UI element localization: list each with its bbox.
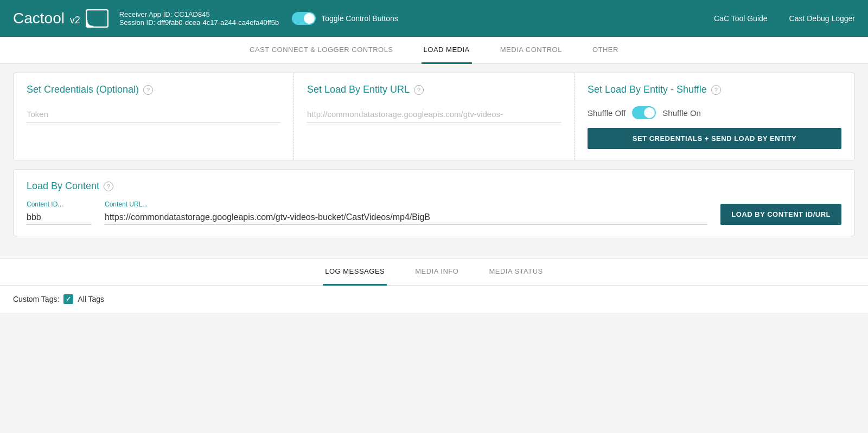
content-id-field: Content ID... bbb bbox=[27, 201, 92, 225]
load-by-content-button[interactable]: LOAD BY CONTENT ID/URL bbox=[720, 204, 841, 225]
header-nav: CaC Tool Guide Cast Debug Logger bbox=[714, 14, 855, 23]
credentials-help-icon[interactable]: ? bbox=[143, 85, 153, 95]
bottom-tabs: LOG MESSAGES MEDIA INFO MEDIA STATUS bbox=[0, 258, 868, 286]
content-id-label: Content ID... bbox=[27, 201, 92, 208]
custom-tags-row: Custom Tags: All Tags bbox=[13, 294, 855, 304]
content-id-value[interactable]: bbb bbox=[27, 210, 92, 225]
logo-area: Cactool v2 bbox=[13, 9, 108, 28]
token-input[interactable] bbox=[27, 106, 280, 122]
tab-other[interactable]: OTHER bbox=[590, 37, 621, 64]
entity-shuffle-card-title: Set Load By Entity - Shuffle ? bbox=[588, 84, 841, 95]
entity-url-card: Set Load By Entity URL ? bbox=[294, 73, 575, 160]
session-id-info: Session ID: dff9fab0-dcea-4c17-a244-ca4e… bbox=[119, 18, 279, 27]
svg-point-1 bbox=[86, 25, 89, 28]
shuffle-area: Shuffle Off Shuffle On bbox=[588, 106, 841, 119]
entity-url-help-icon[interactable]: ? bbox=[414, 85, 424, 95]
app-header: Cactool v2 Receiver App ID: CC1AD845 Ses… bbox=[0, 0, 868, 37]
cast-icon bbox=[86, 9, 108, 28]
receiver-info: Receiver App ID: CC1AD845 bbox=[119, 10, 279, 18]
credentials-card: Set Credentials (Optional) ? bbox=[14, 73, 294, 160]
content-url-value[interactable]: https://commondatastorage.googleapis.com… bbox=[105, 210, 707, 225]
custom-tags-label: Custom Tags: bbox=[13, 295, 59, 303]
svg-rect-0 bbox=[86, 10, 108, 27]
bottom-section: LOG MESSAGES MEDIA INFO MEDIA STATUS Cus… bbox=[0, 258, 868, 313]
tab-load-media[interactable]: LOAD MEDIA bbox=[422, 37, 472, 64]
shuffle-off-label: Shuffle Off bbox=[588, 108, 626, 118]
entity-url-input[interactable] bbox=[307, 106, 561, 122]
load-by-content-section: Load By Content ? Content ID... bbb Cont… bbox=[13, 169, 855, 236]
bottom-tab-media-info[interactable]: MEDIA INFO bbox=[413, 258, 461, 286]
load-by-content-title: Load By Content ? bbox=[27, 180, 841, 192]
all-tags-label: All Tags bbox=[78, 295, 104, 303]
all-tags-checkbox[interactable] bbox=[63, 294, 73, 304]
bottom-tab-log-messages[interactable]: LOG MESSAGES bbox=[323, 258, 387, 286]
load-content-row: Content ID... bbb Content URL... https:/… bbox=[27, 201, 841, 225]
send-load-by-entity-button[interactable]: SET CREDENTIALS + SEND LOAD BY ENTITY bbox=[588, 128, 841, 149]
shuffle-on-label: Shuffle On bbox=[662, 108, 701, 118]
bottom-content: Custom Tags: All Tags bbox=[0, 286, 868, 313]
tab-cast-connect[interactable]: CAST CONNECT & LOGGER CONTROLS bbox=[247, 37, 395, 64]
entity-shuffle-card: Set Load By Entity - Shuffle ? Shuffle O… bbox=[575, 73, 854, 160]
control-toggle[interactable] bbox=[292, 12, 316, 25]
app-version: v2 bbox=[70, 15, 80, 25]
toggle-label: Toggle Control Buttons bbox=[321, 14, 398, 23]
credentials-card-title: Set Credentials (Optional) ? bbox=[27, 84, 280, 95]
cards-row: Set Credentials (Optional) ? Set Load By… bbox=[13, 73, 855, 160]
app-name: Cactool v2 bbox=[13, 10, 80, 27]
cast-debug-logger-link[interactable]: Cast Debug Logger bbox=[789, 14, 855, 23]
entity-shuffle-help-icon[interactable]: ? bbox=[711, 85, 721, 95]
toggle-area: Toggle Control Buttons bbox=[292, 12, 398, 25]
session-info: Receiver App ID: CC1AD845 Session ID: df… bbox=[119, 10, 279, 27]
load-by-content-help-icon[interactable]: ? bbox=[104, 182, 113, 191]
content-url-label: Content URL... bbox=[105, 201, 707, 208]
main-content: Set Credentials (Optional) ? Set Load By… bbox=[0, 64, 868, 254]
shuffle-toggle[interactable] bbox=[632, 106, 656, 119]
tab-media-control[interactable]: MEDIA CONTROL bbox=[498, 37, 564, 64]
bottom-tab-media-status[interactable]: MEDIA STATUS bbox=[487, 258, 545, 286]
content-url-field: Content URL... https://commondatastorage… bbox=[105, 201, 707, 225]
cac-tool-guide-link[interactable]: CaC Tool Guide bbox=[714, 14, 768, 23]
entity-url-card-title: Set Load By Entity URL ? bbox=[307, 84, 561, 95]
main-tabs: CAST CONNECT & LOGGER CONTROLS LOAD MEDI… bbox=[0, 37, 868, 64]
